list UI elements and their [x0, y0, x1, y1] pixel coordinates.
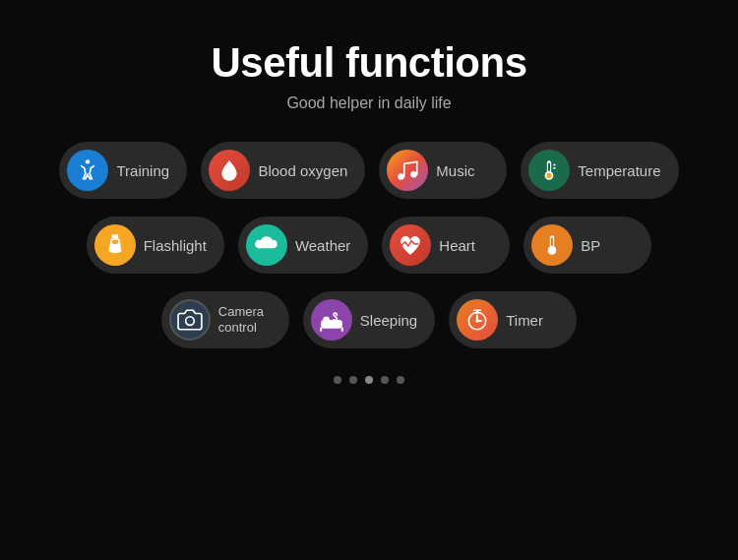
row-1: Training O₂ Blood oxygen Music [59, 142, 678, 199]
dot-5[interactable] [397, 376, 404, 384]
training-icon [67, 150, 108, 191]
bp-label: BP [581, 237, 600, 254]
timer-label: Timer [506, 312, 543, 329]
page-subtitle: Good helper in daily life [211, 94, 526, 112]
temperature-icon [528, 150, 570, 191]
sleeping-icon [311, 299, 352, 341]
music-icon [387, 150, 428, 191]
svg-rect-14 [551, 237, 553, 246]
weather-icon [246, 224, 287, 266]
training-label: Training [116, 162, 169, 179]
flashlight-label: Flashlight [144, 237, 207, 254]
pill-timer[interactable]: Timer [449, 291, 577, 348]
pill-heart[interactable]: Heart [382, 217, 510, 274]
pill-blood-oxygen[interactable]: O₂ Blood oxygen [201, 142, 365, 199]
pagination-dots [334, 376, 404, 384]
page-title: Useful functions [211, 39, 526, 87]
timer-icon [457, 299, 498, 341]
bp-icon [531, 224, 573, 266]
svg-rect-18 [323, 317, 330, 322]
svg-point-0 [86, 159, 90, 163]
pill-weather[interactable]: Weather [238, 217, 368, 274]
music-label: Music [436, 162, 474, 179]
svg-rect-10 [111, 234, 118, 238]
svg-point-23 [476, 319, 479, 322]
camera-control-label: Camera control [218, 304, 264, 335]
svg-point-3 [411, 171, 418, 178]
pill-camera-control[interactable]: Camera control [161, 291, 289, 348]
pill-temperature[interactable]: Temperature [521, 142, 678, 199]
dot-1[interactable] [334, 376, 341, 384]
svg-rect-6 [548, 162, 550, 171]
camera-control-icon [169, 299, 211, 341]
sleeping-label: Sleeping [360, 312, 417, 329]
blood-oxygen-label: Blood oxygen [258, 162, 347, 179]
svg-point-7 [547, 173, 552, 178]
heart-label: Heart [439, 237, 475, 254]
row-3: Camera control Sleeping [161, 291, 577, 348]
header: Useful functions Good helper in daily li… [211, 39, 526, 112]
dot-2[interactable] [349, 376, 357, 384]
pill-sleeping[interactable]: Sleeping [303, 291, 435, 348]
weather-label: Weather [295, 237, 350, 254]
svg-point-15 [550, 248, 554, 252]
dot-3[interactable] [365, 376, 373, 384]
pill-bp[interactable]: BP [523, 217, 651, 274]
pill-training[interactable]: Training [59, 142, 187, 199]
temperature-label: Temperature [578, 162, 660, 179]
svg-point-11 [111, 240, 118, 244]
flashlight-icon [94, 224, 136, 266]
svg-point-2 [399, 173, 405, 180]
pill-flashlight[interactable]: Flashlight [87, 217, 224, 274]
svg-text:O₂: O₂ [225, 170, 235, 179]
blood-oxygen-icon: O₂ [209, 150, 250, 191]
heart-icon [390, 224, 431, 266]
row-2: Flashlight Weather Heart [87, 217, 652, 274]
dot-4[interactable] [381, 376, 389, 384]
svg-point-16 [185, 317, 194, 326]
pill-music[interactable]: Music [379, 142, 507, 199]
functions-grid: Training O₂ Blood oxygen Music [0, 142, 738, 348]
